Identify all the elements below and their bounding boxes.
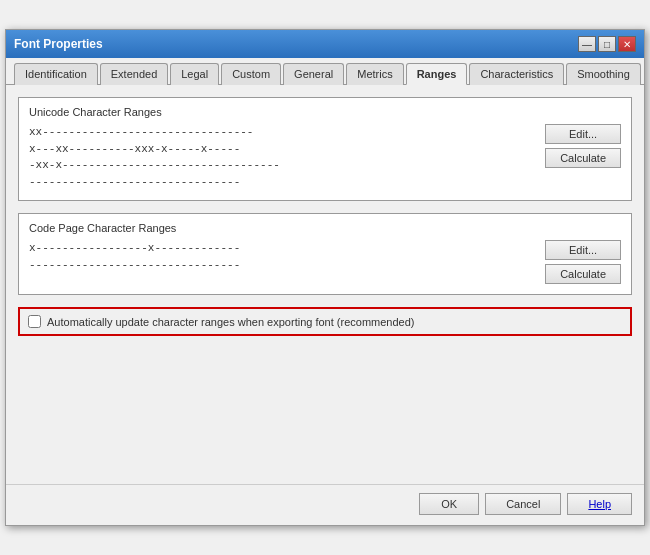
tab-identification[interactable]: Identification (14, 63, 98, 85)
codepage-range-content: x-----------------x------------- -------… (29, 240, 621, 284)
title-bar-buttons: — □ ✕ (578, 36, 636, 52)
tab-general[interactable]: General (283, 63, 344, 85)
ok-button[interactable]: OK (419, 493, 479, 515)
codepage-calculate-button[interactable]: Calculate (545, 264, 621, 284)
tab-ranges[interactable]: Ranges (406, 63, 468, 85)
tab-smoothing[interactable]: Smoothing (566, 63, 641, 85)
codepage-line-1: x-----------------x------------- (29, 240, 535, 257)
codepage-edit-button[interactable]: Edit... (545, 240, 621, 260)
unicode-buttons: Edit... Calculate (545, 124, 621, 168)
unicode-section-label: Unicode Character Ranges (29, 106, 621, 118)
help-button[interactable]: Help (567, 493, 632, 515)
font-properties-dialog: Font Properties — □ ✕ Identification Ext… (5, 29, 645, 526)
unicode-range-text: xx-------------------------------- x---x… (29, 124, 535, 190)
auto-update-label: Automatically update character ranges wh… (47, 316, 414, 328)
dialog-title: Font Properties (14, 37, 103, 51)
unicode-calculate-button[interactable]: Calculate (545, 148, 621, 168)
auto-update-checkbox[interactable] (28, 315, 41, 328)
empty-area (18, 348, 632, 468)
tabs-container: Identification Extended Legal Custom Gen… (6, 58, 644, 85)
unicode-line-1: xx-------------------------------- (29, 124, 535, 141)
unicode-line-2: x---xx----------xxx-x-----x----- (29, 141, 535, 158)
tab-legal[interactable]: Legal (170, 63, 219, 85)
codepage-range-text: x-----------------x------------- -------… (29, 240, 535, 273)
codepage-buttons: Edit... Calculate (545, 240, 621, 284)
codepage-line-2: -------------------------------- (29, 257, 535, 274)
auto-update-section: Automatically update character ranges wh… (18, 307, 632, 336)
unicode-ranges-section: Unicode Character Ranges xx-------------… (18, 97, 632, 201)
title-bar: Font Properties — □ ✕ (6, 30, 644, 58)
maximize-button[interactable]: □ (598, 36, 616, 52)
tab-custom[interactable]: Custom (221, 63, 281, 85)
unicode-range-content: xx-------------------------------- x---x… (29, 124, 621, 190)
codepage-ranges-section: Code Page Character Ranges x------------… (18, 213, 632, 295)
codepage-section-label: Code Page Character Ranges (29, 222, 621, 234)
unicode-edit-button[interactable]: Edit... (545, 124, 621, 144)
tab-extended[interactable]: Extended (100, 63, 168, 85)
bottom-buttons-row: OK Cancel Help (6, 484, 644, 525)
tabs-row: Identification Extended Legal Custom Gen… (14, 62, 636, 84)
tab-metrics[interactable]: Metrics (346, 63, 403, 85)
tab-content: Unicode Character Ranges xx-------------… (6, 85, 644, 480)
unicode-line-4: -------------------------------- (29, 174, 535, 191)
minimize-button[interactable]: — (578, 36, 596, 52)
unicode-line-3: -xx-x--------------------------------- (29, 157, 535, 174)
cancel-button[interactable]: Cancel (485, 493, 561, 515)
close-button[interactable]: ✕ (618, 36, 636, 52)
tab-characteristics[interactable]: Characteristics (469, 63, 564, 85)
